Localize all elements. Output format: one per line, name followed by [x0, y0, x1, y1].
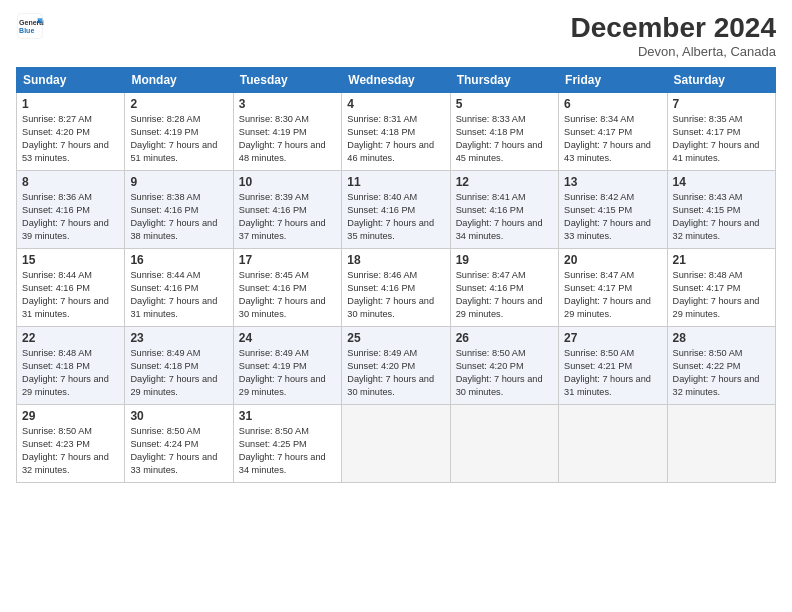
- calendar-cell: 31Sunrise: 8:50 AMSunset: 4:25 PMDayligh…: [233, 405, 341, 483]
- calendar-cell: 5Sunrise: 8:33 AMSunset: 4:18 PMDaylight…: [450, 93, 558, 171]
- cell-info: Sunrise: 8:48 AMSunset: 4:17 PMDaylight:…: [673, 269, 770, 321]
- calendar-week-4: 22Sunrise: 8:48 AMSunset: 4:18 PMDayligh…: [17, 327, 776, 405]
- col-wednesday: Wednesday: [342, 68, 450, 93]
- cell-info: Sunrise: 8:49 AMSunset: 4:18 PMDaylight:…: [130, 347, 227, 399]
- day-number: 12: [456, 175, 553, 189]
- cell-info: Sunrise: 8:28 AMSunset: 4:19 PMDaylight:…: [130, 113, 227, 165]
- calendar-cell: 16Sunrise: 8:44 AMSunset: 4:16 PMDayligh…: [125, 249, 233, 327]
- day-number: 14: [673, 175, 770, 189]
- day-number: 6: [564, 97, 661, 111]
- cell-info: Sunrise: 8:47 AMSunset: 4:17 PMDaylight:…: [564, 269, 661, 321]
- calendar-cell: 24Sunrise: 8:49 AMSunset: 4:19 PMDayligh…: [233, 327, 341, 405]
- svg-text:Blue: Blue: [19, 27, 34, 34]
- cell-info: Sunrise: 8:41 AMSunset: 4:16 PMDaylight:…: [456, 191, 553, 243]
- col-friday: Friday: [559, 68, 667, 93]
- logo-icon: General Blue: [16, 12, 44, 40]
- calendar-cell: 28Sunrise: 8:50 AMSunset: 4:22 PMDayligh…: [667, 327, 775, 405]
- calendar-cell: 25Sunrise: 8:49 AMSunset: 4:20 PMDayligh…: [342, 327, 450, 405]
- day-number: 21: [673, 253, 770, 267]
- calendar-cell: [559, 405, 667, 483]
- day-number: 24: [239, 331, 336, 345]
- day-number: 18: [347, 253, 444, 267]
- month-title: December 2024: [571, 12, 776, 44]
- calendar-cell: 13Sunrise: 8:42 AMSunset: 4:15 PMDayligh…: [559, 171, 667, 249]
- calendar-week-5: 29Sunrise: 8:50 AMSunset: 4:23 PMDayligh…: [17, 405, 776, 483]
- day-number: 8: [22, 175, 119, 189]
- day-number: 20: [564, 253, 661, 267]
- cell-info: Sunrise: 8:33 AMSunset: 4:18 PMDaylight:…: [456, 113, 553, 165]
- cell-info: Sunrise: 8:46 AMSunset: 4:16 PMDaylight:…: [347, 269, 444, 321]
- day-number: 4: [347, 97, 444, 111]
- col-monday: Monday: [125, 68, 233, 93]
- calendar-cell: 10Sunrise: 8:39 AMSunset: 4:16 PMDayligh…: [233, 171, 341, 249]
- day-number: 25: [347, 331, 444, 345]
- header: General Blue December 2024 Devon, Albert…: [16, 12, 776, 59]
- calendar-cell: 22Sunrise: 8:48 AMSunset: 4:18 PMDayligh…: [17, 327, 125, 405]
- day-number: 31: [239, 409, 336, 423]
- cell-info: Sunrise: 8:45 AMSunset: 4:16 PMDaylight:…: [239, 269, 336, 321]
- cell-info: Sunrise: 8:49 AMSunset: 4:19 PMDaylight:…: [239, 347, 336, 399]
- cell-info: Sunrise: 8:38 AMSunset: 4:16 PMDaylight:…: [130, 191, 227, 243]
- day-number: 10: [239, 175, 336, 189]
- day-number: 27: [564, 331, 661, 345]
- calendar-week-2: 8Sunrise: 8:36 AMSunset: 4:16 PMDaylight…: [17, 171, 776, 249]
- cell-info: Sunrise: 8:50 AMSunset: 4:20 PMDaylight:…: [456, 347, 553, 399]
- calendar-week-1: 1Sunrise: 8:27 AMSunset: 4:20 PMDaylight…: [17, 93, 776, 171]
- day-number: 28: [673, 331, 770, 345]
- cell-info: Sunrise: 8:47 AMSunset: 4:16 PMDaylight:…: [456, 269, 553, 321]
- cell-info: Sunrise: 8:31 AMSunset: 4:18 PMDaylight:…: [347, 113, 444, 165]
- cell-info: Sunrise: 8:40 AMSunset: 4:16 PMDaylight:…: [347, 191, 444, 243]
- cell-info: Sunrise: 8:49 AMSunset: 4:20 PMDaylight:…: [347, 347, 444, 399]
- cell-info: Sunrise: 8:50 AMSunset: 4:25 PMDaylight:…: [239, 425, 336, 477]
- day-number: 11: [347, 175, 444, 189]
- cell-info: Sunrise: 8:30 AMSunset: 4:19 PMDaylight:…: [239, 113, 336, 165]
- calendar: Sunday Monday Tuesday Wednesday Thursday…: [16, 67, 776, 483]
- calendar-cell: 12Sunrise: 8:41 AMSunset: 4:16 PMDayligh…: [450, 171, 558, 249]
- calendar-cell: 23Sunrise: 8:49 AMSunset: 4:18 PMDayligh…: [125, 327, 233, 405]
- cell-info: Sunrise: 8:43 AMSunset: 4:15 PMDaylight:…: [673, 191, 770, 243]
- col-tuesday: Tuesday: [233, 68, 341, 93]
- location: Devon, Alberta, Canada: [571, 44, 776, 59]
- day-number: 1: [22, 97, 119, 111]
- page: General Blue December 2024 Devon, Albert…: [0, 0, 792, 612]
- calendar-cell: 21Sunrise: 8:48 AMSunset: 4:17 PMDayligh…: [667, 249, 775, 327]
- cell-info: Sunrise: 8:48 AMSunset: 4:18 PMDaylight:…: [22, 347, 119, 399]
- logo: General Blue: [16, 12, 44, 40]
- cell-info: Sunrise: 8:50 AMSunset: 4:22 PMDaylight:…: [673, 347, 770, 399]
- day-number: 3: [239, 97, 336, 111]
- cell-info: Sunrise: 8:34 AMSunset: 4:17 PMDaylight:…: [564, 113, 661, 165]
- cell-info: Sunrise: 8:39 AMSunset: 4:16 PMDaylight:…: [239, 191, 336, 243]
- cell-info: Sunrise: 8:50 AMSunset: 4:24 PMDaylight:…: [130, 425, 227, 477]
- calendar-cell: 3Sunrise: 8:30 AMSunset: 4:19 PMDaylight…: [233, 93, 341, 171]
- calendar-cell: 4Sunrise: 8:31 AMSunset: 4:18 PMDaylight…: [342, 93, 450, 171]
- day-number: 7: [673, 97, 770, 111]
- calendar-cell: [667, 405, 775, 483]
- cell-info: Sunrise: 8:35 AMSunset: 4:17 PMDaylight:…: [673, 113, 770, 165]
- day-number: 9: [130, 175, 227, 189]
- calendar-cell: 17Sunrise: 8:45 AMSunset: 4:16 PMDayligh…: [233, 249, 341, 327]
- day-number: 13: [564, 175, 661, 189]
- calendar-cell: 14Sunrise: 8:43 AMSunset: 4:15 PMDayligh…: [667, 171, 775, 249]
- calendar-cell: 20Sunrise: 8:47 AMSunset: 4:17 PMDayligh…: [559, 249, 667, 327]
- calendar-cell: 27Sunrise: 8:50 AMSunset: 4:21 PMDayligh…: [559, 327, 667, 405]
- cell-info: Sunrise: 8:44 AMSunset: 4:16 PMDaylight:…: [22, 269, 119, 321]
- cell-info: Sunrise: 8:50 AMSunset: 4:21 PMDaylight:…: [564, 347, 661, 399]
- calendar-cell: 26Sunrise: 8:50 AMSunset: 4:20 PMDayligh…: [450, 327, 558, 405]
- day-number: 22: [22, 331, 119, 345]
- calendar-cell: 19Sunrise: 8:47 AMSunset: 4:16 PMDayligh…: [450, 249, 558, 327]
- calendar-cell: 7Sunrise: 8:35 AMSunset: 4:17 PMDaylight…: [667, 93, 775, 171]
- cell-info: Sunrise: 8:44 AMSunset: 4:16 PMDaylight:…: [130, 269, 227, 321]
- calendar-cell: 30Sunrise: 8:50 AMSunset: 4:24 PMDayligh…: [125, 405, 233, 483]
- col-thursday: Thursday: [450, 68, 558, 93]
- day-number: 26: [456, 331, 553, 345]
- cell-info: Sunrise: 8:36 AMSunset: 4:16 PMDaylight:…: [22, 191, 119, 243]
- day-number: 5: [456, 97, 553, 111]
- calendar-cell: [450, 405, 558, 483]
- cell-info: Sunrise: 8:42 AMSunset: 4:15 PMDaylight:…: [564, 191, 661, 243]
- day-number: 29: [22, 409, 119, 423]
- calendar-week-3: 15Sunrise: 8:44 AMSunset: 4:16 PMDayligh…: [17, 249, 776, 327]
- calendar-cell: 18Sunrise: 8:46 AMSunset: 4:16 PMDayligh…: [342, 249, 450, 327]
- cell-info: Sunrise: 8:27 AMSunset: 4:20 PMDaylight:…: [22, 113, 119, 165]
- calendar-cell: [342, 405, 450, 483]
- calendar-cell: 2Sunrise: 8:28 AMSunset: 4:19 PMDaylight…: [125, 93, 233, 171]
